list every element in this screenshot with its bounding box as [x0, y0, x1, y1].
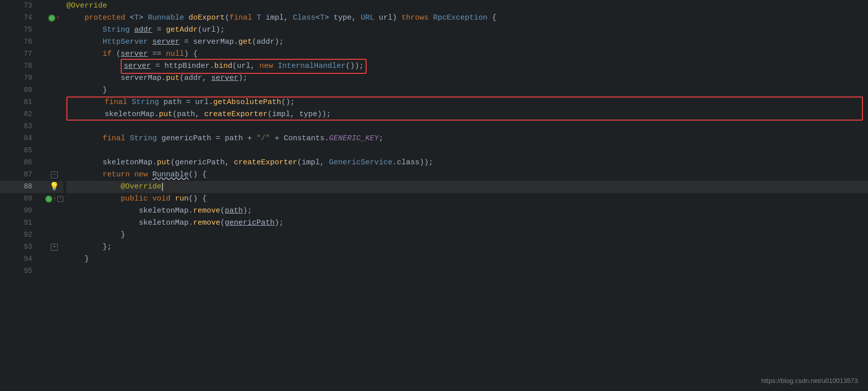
fold-icon-87[interactable]: − [51, 171, 58, 178]
line-num-74: 74 [0, 12, 45, 24]
code-line-81: final String path = url. getAbsolutePath… [66, 96, 868, 109]
red-box-81-82-container: final String path = url. getAbsolutePath… [66, 96, 868, 121]
gutter-76 [45, 36, 63, 48]
gutter-94 [45, 253, 63, 265]
gutter-74[interactable]: ↑ [45, 12, 63, 24]
fold-icon-93[interactable]: + [51, 244, 58, 251]
gutter-84 [45, 133, 63, 145]
code-line-84: final String genericPath = path + "/" + … [66, 133, 868, 145]
code-line-76: HttpServer server = serverMap. get (addr… [66, 36, 868, 48]
line-num-85: 85 [0, 145, 45, 157]
gutter-88: 💡 [45, 181, 63, 193]
line-num-86: 86 [0, 157, 45, 169]
debug-arrow-89: ↑ [53, 194, 56, 204]
gutter-87[interactable]: − [45, 169, 63, 181]
line-num-95: 95 [0, 265, 45, 277]
line-num-82: 82 [0, 109, 45, 121]
code-line-85 [66, 145, 868, 157]
gutter-90 [45, 205, 63, 217]
code-line-79: serverMap. put (addr, server ); [66, 72, 868, 84]
gutter-78 [45, 60, 63, 72]
code-line-89: public void run () { [66, 193, 868, 205]
code-line-80: } [66, 84, 868, 96]
line-num-94: 94 [0, 253, 45, 265]
gutter-73 [45, 0, 63, 12]
gutter-82 [45, 109, 63, 121]
gutter-81 [45, 96, 63, 109]
line-num-73: 73 [0, 0, 45, 12]
gutter-79 [45, 72, 63, 84]
line-num-78: 78 [0, 60, 45, 72]
code-line-75: String addr = getAddr (url); [66, 24, 868, 36]
line-num-77: 77 [0, 48, 45, 60]
breakpoint-icon-89 [45, 196, 52, 203]
gutter-85 [45, 145, 63, 157]
gutter-80 [45, 84, 63, 96]
code-line-78: server = httpBinder. bind (url, new Inte… [66, 60, 868, 72]
gutter-75 [45, 24, 63, 36]
line-num-83: 83 [0, 121, 45, 133]
line-num-90: 90 [0, 205, 45, 217]
line-num-81: 81 [0, 96, 45, 109]
code-line-82: skeletonMap. put (path, createExporter (… [66, 109, 868, 121]
code-line-73: @Override [66, 0, 868, 12]
gutter-89[interactable]: ↑ − [45, 193, 63, 205]
line-num-92: 92 [0, 229, 45, 241]
gutter-93[interactable]: + [45, 241, 63, 253]
fold-icon-89[interactable]: − [57, 196, 63, 202]
line-num-76: 76 [0, 36, 45, 48]
line-num-79: 79 [0, 72, 45, 84]
line-num-84: 84 [0, 133, 45, 145]
code-line-88: @Override [66, 181, 868, 193]
line-num-89: 89 [0, 193, 45, 205]
gutter-77 [45, 48, 63, 60]
red-box-78: server = httpBinder. bind (url, new Inte… [121, 59, 367, 73]
code-line-94: } [66, 253, 868, 265]
code-line-92: } [66, 229, 868, 241]
gutter-91 [45, 217, 63, 229]
code-editor: 73 74 75 76 77 78 79 80 81 82 [0, 0, 868, 391]
line-num-88: 88 [0, 181, 45, 193]
bulb-icon-88[interactable]: 💡 [49, 181, 59, 193]
code-line-91: skeletonMap. remove ( genericPath ); [66, 217, 868, 229]
gutter-83 [45, 121, 63, 133]
gutter-92 [45, 229, 63, 241]
gutter-86 [45, 157, 63, 169]
debug-arrow-74: ↑ [56, 13, 60, 23]
watermark-url: https://blog.csdn.net/u010013573 [761, 376, 858, 386]
code-line-87: return new Runnable () { [66, 169, 868, 181]
code-content: @Override protected < T > Runnable doExp… [63, 0, 868, 391]
line-num-87: 87 [0, 169, 45, 181]
line-num-80: 80 [0, 84, 45, 96]
code-line-95 [66, 265, 868, 277]
gutter: ↑ − 💡 ↑ [45, 0, 63, 391]
code-line-74: protected < T > Runnable doExport ( fina… [66, 12, 868, 24]
breakpoint-icon-74 [48, 15, 55, 22]
code-line-93: }; [66, 241, 868, 253]
code-line-90: skeletonMap. remove ( path ); [66, 205, 868, 217]
code-line-86: skeletonMap. put (genericPath, createExp… [66, 157, 868, 169]
line-num-91: 91 [0, 217, 45, 229]
line-num-75: 75 [0, 24, 45, 36]
text-cursor [162, 183, 163, 191]
code-line-83 [66, 121, 868, 133]
gutter-95 [45, 265, 63, 277]
line-num-93: 93 [0, 241, 45, 253]
